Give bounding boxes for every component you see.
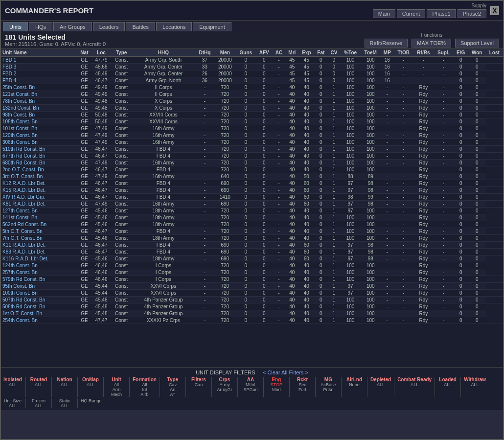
- filter-div-14: [367, 377, 367, 397]
- table-row[interactable]: K12 R.A.D. Lbr Det.GE46,47ConstFBD 4-690…: [1, 180, 503, 187]
- filter-combat-ready[interactable]: Combat Ready ALL: [397, 377, 432, 387]
- table-row[interactable]: 127th Const. BnGE45,46Const18th Army-720…: [1, 208, 503, 214]
- table-row[interactable]: K83 R.A.D. Lbr Det.GE46,47ConstFBD 4-690…: [1, 249, 503, 255]
- table-row[interactable]: 1st O.T. Const. BnGE45,48Const4th Panzer…: [1, 310, 503, 317]
- filter-loaded[interactable]: Loaded ALL: [438, 377, 458, 387]
- col-type: Type: [111, 49, 132, 57]
- functions-bar: 181 Units Selected Men: 215116, Guns: 0,…: [1, 31, 503, 49]
- close-button[interactable]: X: [490, 6, 499, 15]
- col-mp: MP: [381, 49, 394, 57]
- tab-locations[interactable]: Locations: [156, 22, 192, 31]
- filter-div-b2: [51, 398, 52, 408]
- supply-tab-main[interactable]: Main: [373, 9, 395, 18]
- tab-units[interactable]: Units: [3, 22, 28, 31]
- col-eg: E/G: [454, 49, 468, 57]
- col-dthq: DtHq: [195, 49, 214, 57]
- col-supl: SupL: [434, 49, 453, 57]
- filter-aa[interactable]: AA MtInf SPGun: [241, 377, 260, 392]
- filter-div-3: [77, 377, 78, 397]
- table-row[interactable]: FBD 2GE48,49ConstArmy Grp. Center2620000…: [1, 70, 503, 77]
- table-row[interactable]: 121st Const. BnGE49,49ConstII Corps-7200…: [1, 91, 503, 98]
- table-row[interactable]: 100th Const. BnGE45,44ConstXXVI Corps-72…: [1, 290, 503, 297]
- table-row[interactable]: 25th Const. BnGE49,49ConstII Corps-72000…: [1, 84, 503, 91]
- filter-unit[interactable]: Unit All Arm Mech: [107, 377, 126, 397]
- units-table-container: Unit Name Nat Loc Type HHQ DtHq Men Guns…: [1, 49, 503, 367]
- tab-hqs[interactable]: HQs: [29, 22, 52, 31]
- col-nat: Nat: [77, 49, 92, 57]
- filter-static[interactable]: Static ALL: [55, 398, 74, 408]
- filter-mg[interactable]: MG AirBase Prtsn: [319, 377, 338, 392]
- table-row[interactable]: 124th Const. BnGE46,46ConstI Corps-72000…: [1, 262, 503, 269]
- table-row[interactable]: 510th Rd Const. BnGE46,47ConstFBD 4-7200…: [1, 146, 503, 153]
- filter-div-6: [160, 377, 160, 397]
- filter-routed[interactable]: Routed ALL: [29, 377, 48, 387]
- filter-title: UNIT DISPLAY FILTERS < Clear All Filters…: [3, 370, 501, 375]
- table-row[interactable]: K15 R.A.D. Lbr Det.GE46,47ConstFBD 4-690…: [1, 187, 503, 194]
- support-level-button[interactable]: Support Level: [455, 39, 499, 47]
- clear-filters-button[interactable]: < Clear All Filters >: [263, 370, 308, 375]
- filter-filters[interactable]: Filters Cau: [189, 377, 208, 387]
- filter-eng[interactable]: Eng STOP Mort: [267, 377, 286, 392]
- filter-isolated[interactable]: Isolated ALL: [3, 377, 23, 387]
- filter-unit-size[interactable]: Unit Size ALL: [3, 398, 23, 408]
- table-row[interactable]: 98th Const. BnGE50,48ConstXXVIII Corps-7…: [1, 112, 503, 118]
- table-row[interactable]: 257th Const. BnGE46,46ConstI Corps-72000…: [1, 269, 503, 276]
- filter-frozen[interactable]: Frozen ALL: [29, 398, 48, 408]
- tab-leaders[interactable]: Leaders: [93, 22, 125, 31]
- filter-depleted[interactable]: Depleted ALL: [370, 377, 391, 387]
- col-unit-name: Unit Name: [1, 49, 77, 57]
- table-row[interactable]: 141st Const. BnGE45,46Const18th Army-720…: [1, 214, 503, 221]
- table-row[interactable]: 78th Const. BnGE49,48ConstX Corps-72000-…: [1, 98, 503, 105]
- table-row[interactable]: 3rd O.T. Const. BnGE47,49Const16th Army-…: [1, 173, 503, 180]
- table-row[interactable]: 132nd Const. BnGE49,48ConstX Corps-72000…: [1, 105, 503, 112]
- table-row[interactable]: FBD 4GE46,47ConstArmy Grp. North36200000…: [1, 77, 503, 84]
- tab-air-groups[interactable]: Air Groups: [53, 22, 92, 31]
- col-hhq: HHQ: [132, 49, 195, 57]
- supply-tab-phase1[interactable]: Phase1: [427, 9, 456, 18]
- filter-type[interactable]: Type Cav Art AT: [163, 377, 183, 397]
- max-toe-button[interactable]: MAX TOE%: [412, 39, 451, 47]
- table-row[interactable]: FBD 3GE48,68ConstArmy Grp. Center3320000…: [1, 64, 503, 70]
- table-row[interactable]: XIV R.A.D. Lbr Grp.GE46,47ConstFBD 4-141…: [1, 194, 503, 201]
- filter-title-text: UNIT DISPLAY FILTERS: [196, 370, 255, 375]
- refit-reserve-button[interactable]: Refit/Reserve: [365, 39, 408, 47]
- supply-tab-phase2[interactable]: Phase2: [458, 9, 486, 18]
- table-row[interactable]: 5th O.T. Const. BnGE46,47ConstFBD 4-7200…: [1, 228, 503, 235]
- units-table: Unit Name Nat Loc Type HHQ DtHq Men Guns…: [1, 49, 503, 324]
- table-row[interactable]: 306th Const. BnGE47,49Const16th Army-720…: [1, 139, 503, 146]
- tab-battles[interactable]: Battles: [126, 22, 155, 31]
- table-row[interactable]: 95th Const. BnGE45,44ConstXXVI Corps-720…: [1, 283, 503, 290]
- table-row[interactable]: 254th Const. BnGE47,47ConstXXXXI Pz Crps…: [1, 317, 503, 324]
- table-row[interactable]: 2nd O.T. Const. BnGE46,47ConstFBD 4-7200…: [1, 166, 503, 173]
- table-row[interactable]: K116 R.A.D. Lbr Det.GE45,46Const18th Arm…: [1, 255, 503, 262]
- filter-nation[interactable]: Nation ALL: [55, 377, 74, 387]
- filter-withdraw[interactable]: Withdraw ALL: [464, 377, 486, 387]
- filter-onmap[interactable]: OnMap ALL: [81, 377, 100, 387]
- filter-div-17: [460, 377, 461, 397]
- table-row[interactable]: K11 R.A.D. Lbr Det.GE46,47ConstFBD 4-690…: [1, 242, 503, 249]
- filter-formation[interactable]: Formation All Inf Airb: [133, 377, 157, 397]
- table-row[interactable]: 108th Const. BnGE50,48ConstXXVIII Corps-…: [1, 118, 503, 125]
- supply-tab-current[interactable]: Current: [397, 9, 426, 18]
- filter-rckt[interactable]: Rckt Sec Fort: [293, 377, 312, 392]
- table-row[interactable]: FBD 1GE47,79ConstArmy Grp. South37200000…: [1, 57, 503, 64]
- table-row[interactable]: 677th Rd Const. BnGE46,47ConstFBD 4-7200…: [1, 153, 503, 160]
- table-row[interactable]: 562nd Rd Const. BnGE45,46Const18th Army-…: [1, 221, 503, 228]
- table-row[interactable]: K81 R.A.D. Lbr Det.GE47,49Const16th Army…: [1, 201, 503, 208]
- table-row[interactable]: 579th Rd Const. BnGE46,46ConstI Corps-72…: [1, 276, 503, 283]
- selected-sub: Men: 215116, Guns: 0, AFVs: 0, Aircraft:…: [5, 41, 365, 47]
- filter-div-4: [103, 377, 104, 397]
- filter-airlnd[interactable]: AirLnd None: [344, 377, 364, 387]
- table-row[interactable]: 508th Rd Const. BnGE45,48Const4th Panzer…: [1, 303, 503, 310]
- filter-div-10: [263, 377, 264, 397]
- table-row[interactable]: 101st Const. BnGE47,49Const16th Army-720…: [1, 125, 503, 132]
- filter-hq-range[interactable]: HQ Range: [81, 398, 102, 403]
- table-row[interactable]: 680th Rd Const. BnGE47,49Const16th Army-…: [1, 160, 503, 166]
- filter-crps[interactable]: Crps Army ArmyGr: [215, 377, 234, 392]
- table-row[interactable]: 120th Const. BnGE47,49Const16th Army-720…: [1, 132, 503, 139]
- table-row[interactable]: 507th Rd Const. BnGE45,48Const4th Panzer…: [1, 297, 503, 303]
- table-row[interactable]: 7th O.T. Const. BnGE45,46Const18th Army-…: [1, 235, 503, 242]
- filter-div-b1: [25, 398, 26, 408]
- filter-row-top: Isolated ALL Routed ALL Nation ALL OnMap…: [3, 377, 501, 397]
- tab-equipment[interactable]: Equipment: [193, 22, 231, 31]
